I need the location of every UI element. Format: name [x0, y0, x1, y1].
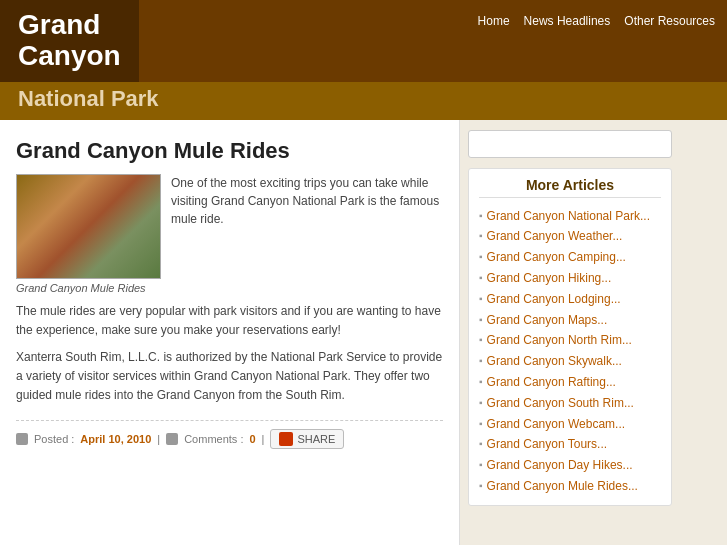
article-para1: The mule rides are very popular with par… — [16, 302, 443, 340]
comments-count: 0 — [249, 433, 255, 445]
list-item: ▪Grand Canyon Maps... — [479, 310, 661, 331]
article-link[interactable]: Grand Canyon South Rim... — [487, 395, 634, 412]
comments-label: Comments : — [184, 433, 243, 445]
article-link[interactable]: Grand Canyon National Park... — [487, 208, 650, 225]
article-link[interactable]: Grand Canyon Lodging... — [487, 291, 621, 308]
list-item: ▪Grand Canyon National Park... — [479, 206, 661, 227]
list-item: ▪Grand Canyon Webcam... — [479, 414, 661, 435]
list-item: ▪Grand Canyon Lodging... — [479, 289, 661, 310]
posted-label: Posted : — [34, 433, 74, 445]
bullet-icon: ▪ — [479, 272, 483, 283]
bullet-icon: ▪ — [479, 293, 483, 304]
more-articles-title: More Articles — [479, 177, 661, 198]
bullet-icon: ▪ — [479, 251, 483, 262]
bullet-icon: ▪ — [479, 334, 483, 345]
article-link[interactable]: Grand Canyon Mule Rides... — [487, 478, 638, 495]
page-wrapper: Grand Canyon Mule Rides Grand Canyon Mul… — [0, 120, 727, 545]
bullet-icon: ▪ — [479, 397, 483, 408]
list-item: ▪Grand Canyon Skywalk... — [479, 351, 661, 372]
bullet-icon: ▪ — [479, 480, 483, 491]
site-subtitle: National Park — [18, 86, 159, 111]
article-link[interactable]: Grand Canyon North Rim... — [487, 332, 632, 349]
article-footer: Posted : April 10, 2010 | Comments : 0 |… — [16, 420, 443, 449]
list-item: ▪Grand Canyon Rafting... — [479, 372, 661, 393]
list-item: ▪Grand Canyon Camping... — [479, 247, 661, 268]
bullet-icon: ▪ — [479, 418, 483, 429]
article-link[interactable]: Grand Canyon Hiking... — [487, 270, 612, 287]
list-item: ▪Grand Canyon Hiking... — [479, 268, 661, 289]
logo-line2: Canyon — [18, 41, 121, 72]
list-item: ▪Grand Canyon Mule Rides... — [479, 476, 661, 497]
search-input[interactable] — [473, 135, 667, 153]
article-link[interactable]: Grand Canyon Rafting... — [487, 374, 616, 391]
nav-news[interactable]: News Headlines — [524, 14, 611, 28]
more-articles-panel: More Articles ▪Grand Canyon National Par… — [468, 168, 672, 506]
bullet-icon: ▪ — [479, 459, 483, 470]
list-item: ▪Grand Canyon Day Hikes... — [479, 455, 661, 476]
bullet-icon: ▪ — [479, 230, 483, 241]
article-link[interactable]: Grand Canyon Day Hikes... — [487, 457, 633, 474]
article-link[interactable]: Grand Canyon Maps... — [487, 312, 608, 329]
article-image-wrap: Grand Canyon Mule Rides — [16, 174, 161, 294]
title-bar: National Park — [0, 82, 727, 120]
nav-home[interactable]: Home — [478, 14, 510, 28]
comments-icon — [166, 433, 178, 445]
article-para2: Xanterra South Rim, L.L.C. is authorized… — [16, 348, 443, 406]
bullet-icon: ▪ — [479, 376, 483, 387]
share-icon — [279, 432, 293, 446]
header: Grand Canyon Home News Headlines Other R… — [0, 0, 727, 82]
posted-date: April 10, 2010 — [80, 433, 151, 445]
sidebar: More Articles ▪Grand Canyon National Par… — [460, 120, 680, 545]
article-link[interactable]: Grand Canyon Webcam... — [487, 416, 626, 433]
article-link[interactable]: Grand Canyon Camping... — [487, 249, 626, 266]
list-item: ▪Grand Canyon North Rim... — [479, 330, 661, 351]
bullet-icon: ▪ — [479, 210, 483, 221]
bullet-icon: ▪ — [479, 314, 483, 325]
list-item: ▪Grand Canyon South Rim... — [479, 393, 661, 414]
article-body: The mule rides are very popular with par… — [16, 302, 443, 406]
main-nav: Home News Headlines Other Resources — [139, 0, 727, 82]
posted-icon — [16, 433, 28, 445]
article-links-list: ▪Grand Canyon National Park...▪Grand Can… — [479, 206, 661, 497]
bullet-icon: ▪ — [479, 438, 483, 449]
share-label: SHARE — [297, 433, 335, 445]
logo-line1: Grand — [18, 10, 121, 41]
site-logo: Grand Canyon — [0, 0, 139, 82]
nav-other[interactable]: Other Resources — [624, 14, 715, 28]
article-link[interactable]: Grand Canyon Skywalk... — [487, 353, 622, 370]
list-item: ▪Grand Canyon Weather... — [479, 226, 661, 247]
article-image-caption: Grand Canyon Mule Rides — [16, 282, 161, 294]
separator2: | — [262, 433, 265, 445]
share-button[interactable]: SHARE — [270, 429, 344, 449]
separator1: | — [157, 433, 160, 445]
main-content: Grand Canyon Mule Rides Grand Canyon Mul… — [0, 120, 460, 545]
search-box[interactable] — [468, 130, 672, 158]
article-image — [16, 174, 161, 279]
article-body-wrap: Grand Canyon Mule Rides One of the most … — [16, 174, 443, 302]
article-link[interactable]: Grand Canyon Weather... — [487, 228, 623, 245]
list-item: ▪Grand Canyon Tours... — [479, 434, 661, 455]
bullet-icon: ▪ — [479, 355, 483, 366]
article-link[interactable]: Grand Canyon Tours... — [487, 436, 608, 453]
article-title: Grand Canyon Mule Rides — [16, 138, 443, 164]
